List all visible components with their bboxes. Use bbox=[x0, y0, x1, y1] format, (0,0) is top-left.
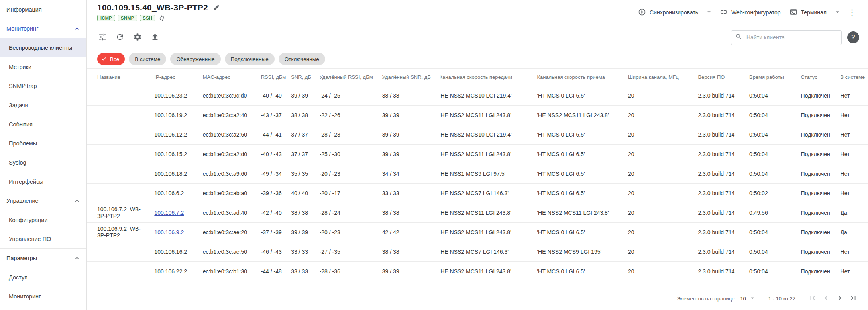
sidebar-item-label: SNMP trap bbox=[9, 83, 37, 89]
cell-in_system: Нет bbox=[841, 145, 868, 164]
cell-uptime: 0:49:56 bbox=[749, 203, 801, 223]
cell-uptime: 0:50:04 bbox=[749, 106, 801, 125]
client-ip-link[interactable]: 100.106.7.2 bbox=[154, 210, 184, 216]
client-row[interactable]: 100.106.16.2ec:b1:e0:3c:ae:50-46 / -4333… bbox=[87, 242, 868, 262]
filter-chip-all[interactable]: Все bbox=[97, 53, 125, 65]
cell-mac: ec:b1:e0:3c:a2:d0 bbox=[203, 145, 261, 164]
cell-ip: 100.106.15.2 bbox=[154, 145, 202, 164]
edit-title-icon[interactable] bbox=[212, 3, 221, 12]
sidebar-item-information[interactable]: Информация bbox=[0, 0, 86, 19]
filter-chip-discovered[interactable]: Обнаруженные bbox=[170, 53, 220, 65]
cell-snr: 38 / 38 bbox=[291, 203, 319, 223]
chip-label: Отключенные bbox=[285, 56, 319, 62]
client-row[interactable]: 100.106.12.2ec:b1:e0:3c:a2:60-44 / -4137… bbox=[87, 125, 868, 145]
cell-tx_rate: 'HE NSS2 MCS7 LGI 146.3' bbox=[440, 184, 537, 203]
cell-remote_snr: 38 / 38 bbox=[382, 203, 440, 223]
cell-uptime: 0:50:04 bbox=[749, 262, 801, 281]
sidebar-section-parameters[interactable]: Параметры bbox=[0, 249, 86, 268]
next-page-button[interactable] bbox=[833, 292, 846, 305]
last-page-button[interactable] bbox=[846, 292, 860, 305]
cell-status: Подключен bbox=[801, 125, 841, 145]
terminal-button[interactable]: Терминал bbox=[786, 5, 831, 20]
column-header: Удалённый SNR, дБ bbox=[382, 69, 440, 86]
protocol-badges: ICMP SNMP SSH bbox=[97, 14, 221, 22]
cell-mac: ec:b1:e0:3c:a2:60 bbox=[203, 125, 261, 145]
toolbar-icons bbox=[95, 30, 163, 45]
sidebar-item-snmp-trap[interactable]: SNMP trap bbox=[0, 77, 86, 96]
cell-name bbox=[87, 262, 154, 281]
protocol-badge-ssh: SSH bbox=[140, 15, 156, 21]
last-page-icon bbox=[849, 294, 858, 304]
upload-button[interactable] bbox=[147, 30, 163, 45]
cell-rx_rate: 'HT MCS 0 LGI 6.5' bbox=[537, 86, 628, 106]
sidebar-section-management[interactable]: Управление bbox=[0, 191, 86, 210]
client-row[interactable]: 100.106.9.2_WB-3P-PTP2100.106.9.2ec:b1:e… bbox=[87, 223, 868, 242]
play-circle-icon bbox=[638, 8, 646, 17]
cell-snr: 37 / 37 bbox=[291, 125, 319, 145]
client-row[interactable]: 100.106.18.2ec:b1:e0:3c:a9:60-49 / -3435… bbox=[87, 164, 868, 184]
sidebar-item-tasks[interactable]: Задачи bbox=[0, 96, 86, 115]
cell-remote_rssi: -24 / -25 bbox=[320, 86, 382, 106]
sidebar-item-syslog[interactable]: Syslog bbox=[0, 153, 86, 172]
cell-snr: 38 / 38 bbox=[291, 106, 319, 125]
client-row[interactable]: 100.106.7.2_WB-3P-PTP2100.106.7.2ec:b1:e… bbox=[87, 203, 868, 223]
gear-icon bbox=[133, 33, 142, 43]
terminal-dropdown-button[interactable] bbox=[831, 5, 843, 20]
client-row[interactable]: 100.106.6.2ec:b1:e0:3c:ab:a0-39 / -3640 … bbox=[87, 184, 868, 203]
magnifier-icon bbox=[735, 33, 742, 42]
cell-version: 2.3.0 build 714 bbox=[698, 145, 749, 164]
sidebar-item-label: События bbox=[9, 121, 33, 128]
synchronize-dropdown-button[interactable] bbox=[703, 5, 715, 20]
caret-down-icon bbox=[749, 295, 756, 302]
cell-remote_snr: 42 / 42 bbox=[382, 223, 440, 242]
cell-ip: 100.106.22.2 bbox=[154, 262, 202, 281]
sidebar-item-metrics[interactable]: Метрики bbox=[0, 57, 86, 77]
client-row[interactable]: 100.106.23.2ec:b1:e0:3c:9c:d0-40 / -4039… bbox=[87, 86, 868, 106]
filter-chip-disconnected[interactable]: Отключенные bbox=[279, 53, 325, 65]
cell-mac: ec:b1:e0:3c:9c:d0 bbox=[203, 86, 261, 106]
client-ip-link[interactable]: 100.106.9.2 bbox=[154, 229, 184, 235]
clients-table-wrap: НазваниеIP-адресMAC-адресRSSI, дБмSNR, д… bbox=[87, 68, 868, 281]
client-row[interactable]: 100.106.15.2ec:b1:e0:3c:a2:d0-40 / -4337… bbox=[87, 145, 868, 164]
cell-ip: 100.106.7.2 bbox=[154, 203, 202, 223]
cell-rx_rate: 'HT MCS 0 LGI 6.5' bbox=[537, 184, 628, 203]
first-page-button[interactable] bbox=[806, 292, 819, 305]
filter-chip-connected[interactable]: Подключенные bbox=[225, 53, 275, 65]
filter-columns-button[interactable] bbox=[95, 30, 110, 45]
sidebar-section-monitoring[interactable]: Мониторинг bbox=[0, 19, 86, 38]
previous-page-button[interactable] bbox=[819, 292, 833, 305]
sidebar-item-events[interactable]: События bbox=[0, 115, 86, 134]
sidebar-item-monitoring-params[interactable]: Мониторинг bbox=[0, 287, 86, 306]
cell-status: Подключен bbox=[801, 203, 841, 223]
cell-status: Подключен bbox=[801, 242, 841, 262]
help-button[interactable]: ? bbox=[847, 31, 859, 43]
sidebar-item-interfaces[interactable]: Интерфейсы bbox=[0, 172, 86, 191]
items-per-page-label: Элементов на странице bbox=[677, 296, 735, 302]
search-input[interactable] bbox=[746, 34, 837, 41]
sidebar-item-problems[interactable]: Проблемы bbox=[0, 134, 86, 153]
cell-remote_rssi: -27 / -35 bbox=[320, 242, 382, 262]
client-row[interactable]: 100.106.22.2ec:b1:e0:3c:b1:30-44 / -4833… bbox=[87, 262, 868, 281]
sidebar-item-software-management[interactable]: Управление ПО bbox=[0, 230, 86, 249]
sidebar-item-configurations[interactable]: Конфигурации bbox=[0, 210, 86, 230]
sync-loop-icon[interactable] bbox=[158, 14, 166, 22]
web-configurator-button[interactable]: Web-конфигуратор bbox=[716, 5, 784, 20]
sidebar-item-access[interactable]: Доступ bbox=[0, 268, 86, 287]
column-header: MAC-адрес bbox=[203, 69, 261, 86]
filter-chip-in-system[interactable]: В системе bbox=[129, 53, 166, 65]
client-row[interactable]: 100.106.19.2ec:b1:e0:3c:a2:40-43 / -3738… bbox=[87, 106, 868, 125]
sidebar-item-wireless-clients[interactable]: Беспроводные клиенты bbox=[0, 38, 86, 57]
settings-button[interactable] bbox=[130, 30, 145, 45]
caret-down-icon bbox=[705, 8, 713, 17]
caret-down-icon bbox=[834, 8, 841, 17]
items-per-page-select[interactable]: 10 bbox=[739, 293, 756, 304]
more-menu-button[interactable]: ⋮ bbox=[844, 6, 860, 19]
cell-ip: 100.106.6.2 bbox=[154, 184, 202, 203]
cell-status: Подключен bbox=[801, 145, 841, 164]
synchronize-button[interactable]: Синхронизировать bbox=[634, 5, 702, 20]
cell-ip: 100.106.19.2 bbox=[154, 106, 202, 125]
cell-uptime: 0:50:04 bbox=[749, 223, 801, 242]
cell-ip: 100.106.18.2 bbox=[154, 164, 202, 184]
cell-channel_width: 20 bbox=[628, 86, 698, 106]
refresh-button[interactable] bbox=[112, 30, 128, 45]
